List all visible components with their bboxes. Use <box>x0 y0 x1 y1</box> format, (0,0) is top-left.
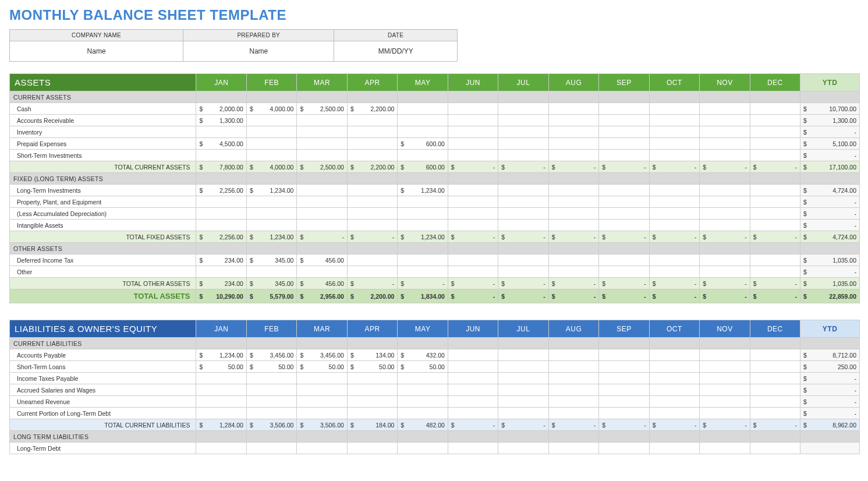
currency-cell[interactable]: $250.00 <box>800 361 860 373</box>
currency-cell[interactable]: $134.00 <box>347 349 397 361</box>
currency-cell[interactable] <box>498 373 548 384</box>
currency-cell[interactable]: $- <box>548 278 598 289</box>
currency-cell[interactable] <box>498 384 548 396</box>
currency-cell[interactable] <box>498 196 548 208</box>
currency-cell[interactable]: $- <box>800 150 860 161</box>
currency-cell[interactable]: $184.00 <box>347 419 397 431</box>
currency-cell[interactable] <box>599 150 649 161</box>
currency-cell[interactable]: $2,500.00 <box>297 103 347 115</box>
currency-cell[interactable]: $1,234.00 <box>398 185 448 196</box>
currency-cell[interactable] <box>196 384 246 396</box>
currency-cell[interactable]: $1,234.00 <box>398 231 448 243</box>
currency-cell[interactable] <box>398 396 448 408</box>
currency-cell[interactable]: $- <box>398 278 448 289</box>
currency-cell[interactable]: $600.00 <box>398 161 448 173</box>
currency-cell[interactable]: $- <box>548 161 598 173</box>
currency-cell[interactable]: $1,035.00 <box>800 254 860 266</box>
currency-cell[interactable] <box>196 220 246 231</box>
currency-cell[interactable]: $- <box>800 266 860 278</box>
currency-cell[interactable] <box>649 443 699 454</box>
currency-cell[interactable]: $50.00 <box>347 361 397 373</box>
currency-cell[interactable] <box>700 408 750 419</box>
currency-cell[interactable] <box>599 220 649 231</box>
currency-cell[interactable]: $456.00 <box>297 254 347 266</box>
currency-cell[interactable]: $- <box>800 220 860 231</box>
currency-cell[interactable] <box>498 185 548 196</box>
currency-cell[interactable] <box>649 138 699 150</box>
currency-cell[interactable] <box>548 408 598 419</box>
currency-cell[interactable] <box>448 115 498 126</box>
currency-cell[interactable] <box>700 150 750 161</box>
currency-cell[interactable]: $- <box>800 208 860 220</box>
currency-cell[interactable] <box>196 373 246 384</box>
currency-cell[interactable] <box>649 396 699 408</box>
currency-cell[interactable] <box>398 384 448 396</box>
currency-cell[interactable] <box>196 150 246 161</box>
currency-cell[interactable] <box>498 220 548 231</box>
currency-cell[interactable] <box>196 443 246 454</box>
currency-cell[interactable]: $3,456.00 <box>246 349 296 361</box>
currency-cell[interactable]: $1,834.00 <box>398 289 448 303</box>
currency-cell[interactable]: $1,300.00 <box>800 115 860 126</box>
currency-cell[interactable]: $50.00 <box>246 361 296 373</box>
currency-cell[interactable] <box>750 384 800 396</box>
currency-cell[interactable] <box>599 254 649 266</box>
currency-cell[interactable] <box>246 126 296 138</box>
currency-cell[interactable]: $- <box>750 231 800 243</box>
currency-cell[interactable]: $4,500.00 <box>196 138 246 150</box>
currency-cell[interactable]: $10,700.00 <box>800 103 860 115</box>
currency-cell[interactable]: $- <box>498 419 548 431</box>
currency-cell[interactable] <box>750 103 800 115</box>
currency-cell[interactable]: $- <box>700 161 750 173</box>
currency-cell[interactable] <box>246 266 296 278</box>
currency-cell[interactable]: $234.00 <box>196 254 246 266</box>
currency-cell[interactable]: $- <box>448 278 498 289</box>
currency-cell[interactable]: $- <box>498 161 548 173</box>
currency-cell[interactable] <box>548 150 598 161</box>
currency-cell[interactable] <box>246 115 296 126</box>
currency-cell[interactable] <box>750 185 800 196</box>
currency-cell[interactable] <box>398 254 448 266</box>
currency-cell[interactable]: $- <box>448 161 498 173</box>
currency-cell[interactable]: $234.00 <box>196 278 246 289</box>
currency-cell[interactable] <box>750 150 800 161</box>
currency-cell[interactable]: $8,712.00 <box>800 349 860 361</box>
currency-cell[interactable] <box>750 361 800 373</box>
currency-cell[interactable] <box>548 396 598 408</box>
currency-cell[interactable] <box>297 220 347 231</box>
currency-cell[interactable]: $5,579.00 <box>246 289 296 303</box>
currency-cell[interactable] <box>448 103 498 115</box>
currency-cell[interactable] <box>548 115 598 126</box>
currency-cell[interactable] <box>398 126 448 138</box>
currency-cell[interactable]: $- <box>599 419 649 431</box>
currency-cell[interactable] <box>498 115 548 126</box>
currency-cell[interactable]: $4,000.00 <box>246 103 296 115</box>
currency-cell[interactable] <box>649 196 699 208</box>
currency-cell[interactable] <box>398 196 448 208</box>
currency-cell[interactable] <box>649 115 699 126</box>
currency-cell[interactable] <box>750 196 800 208</box>
info-value[interactable]: Name <box>10 41 183 62</box>
currency-cell[interactable]: $- <box>649 289 699 303</box>
currency-cell[interactable]: $456.00 <box>297 278 347 289</box>
currency-cell[interactable] <box>750 138 800 150</box>
currency-cell[interactable]: $3,506.00 <box>297 419 347 431</box>
currency-cell[interactable] <box>649 408 699 419</box>
currency-cell[interactable] <box>398 373 448 384</box>
currency-cell[interactable]: $22,859.00 <box>800 289 860 303</box>
currency-cell[interactable]: $1,234.00 <box>196 349 246 361</box>
currency-cell[interactable]: $- <box>649 231 699 243</box>
currency-cell[interactable] <box>700 361 750 373</box>
currency-cell[interactable] <box>448 373 498 384</box>
currency-cell[interactable] <box>246 443 296 454</box>
currency-cell[interactable] <box>548 254 598 266</box>
currency-cell[interactable]: $- <box>599 161 649 173</box>
currency-cell[interactable] <box>498 349 548 361</box>
currency-cell[interactable] <box>599 115 649 126</box>
currency-cell[interactable]: $- <box>649 419 699 431</box>
currency-cell[interactable]: $600.00 <box>398 138 448 150</box>
currency-cell[interactable]: $3,456.00 <box>297 349 347 361</box>
currency-cell[interactable] <box>700 115 750 126</box>
currency-cell[interactable] <box>498 396 548 408</box>
currency-cell[interactable] <box>599 196 649 208</box>
